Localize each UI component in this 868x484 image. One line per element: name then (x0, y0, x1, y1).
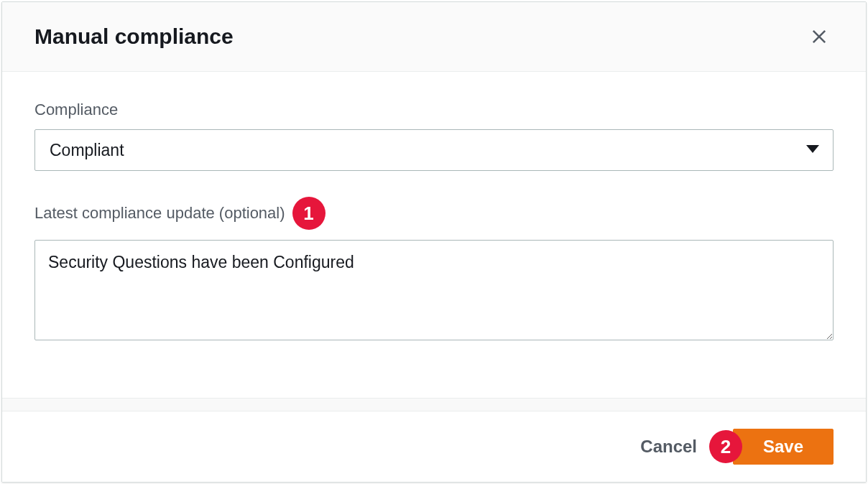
update-label-row: Latest compliance update (optional) 1 (34, 197, 834, 230)
compliance-select[interactable]: Compliant (34, 129, 834, 171)
update-label: Latest compliance update (optional) (34, 204, 285, 223)
annotation-marker-2: 2 (709, 430, 742, 463)
modal-footer: Cancel 2 Save (2, 411, 866, 482)
cancel-button[interactable]: Cancel (640, 431, 697, 462)
annotation-marker-1: 1 (292, 197, 326, 230)
close-button[interactable] (805, 22, 834, 51)
footer-separator (2, 398, 866, 411)
compliance-label: Compliance (34, 101, 834, 119)
modal-title: Manual compliance (34, 24, 234, 49)
update-field-group: Latest compliance update (optional) 1 Se… (34, 197, 834, 343)
compliance-select-value: Compliant (50, 141, 124, 160)
manual-compliance-modal: Manual compliance Compliance Compliant (1, 1, 867, 483)
save-button[interactable]: Save (733, 429, 834, 465)
compliance-select-wrapper: Compliant (34, 129, 834, 171)
modal-header: Manual compliance (2, 2, 866, 72)
compliance-field-group: Compliance Compliant (34, 101, 834, 171)
update-textarea[interactable]: Security Questions have been Configured (34, 240, 834, 340)
close-icon (809, 27, 829, 47)
modal-body: Compliance Compliant Latest compliance u… (2, 72, 866, 398)
